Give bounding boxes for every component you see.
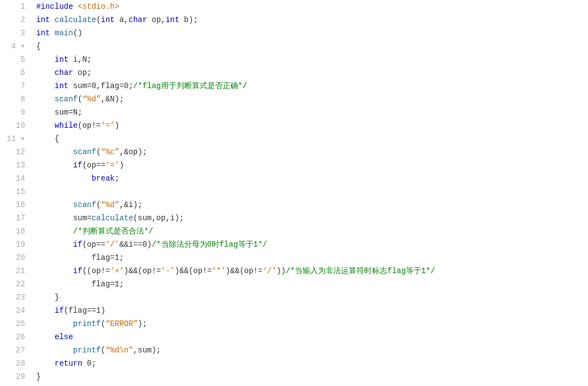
code-lines: #include <stdio.h> int calculate(int a,c… [32, 0, 588, 386]
line-num-27: 27 [7, 344, 25, 357]
code-line-9: sum=N; [36, 106, 588, 119]
code-line-4: { [36, 40, 588, 53]
line-num-1: 1 [7, 0, 25, 13]
line-num-26: 26 [7, 330, 25, 344]
code-line-29: } [36, 370, 588, 383]
code-line-1: #include <stdio.h> [36, 0, 588, 13]
line-num-18: 18 [7, 225, 25, 238]
line-num-19: 19 [7, 238, 25, 251]
line-num-9: 9 [7, 106, 25, 119]
line-num-25: 25 [7, 317, 25, 330]
code-line-25: printf(“ERROR”); [36, 317, 588, 330]
code-line-7: int sum=0,flag=0;/*flag用于判断算式是否正确*/ [36, 79, 588, 93]
code-line-13: if(op==‘=’) [36, 159, 588, 172]
line-num-13: 13 [7, 159, 25, 172]
code-line-8: scanf(“%d”,&N); [36, 93, 588, 106]
editor-container: 1 2 3 4 ▾ 5 6 7 8 9 10 11 ▾ 12 13 14 15 … [0, 0, 588, 386]
line-numbers: 1 2 3 4 ▾ 5 6 7 8 9 10 11 ▾ 12 13 14 15 … [0, 0, 32, 386]
code-line-22: flag=1; [36, 278, 588, 291]
line-num-15: 15 [7, 185, 25, 198]
line-num-28: 28 [7, 357, 25, 370]
code-line-18: /*判断算式是否合法*/ [36, 225, 588, 238]
code-line-19: if(op==‘/’&&i==0)/*当除法分母为0时flag等于1*/ [36, 238, 588, 251]
code-line-27: printf(“%d\n”,sum); [36, 344, 588, 357]
code-line-14: break; [36, 172, 588, 185]
line-num-22: 22 [7, 278, 25, 291]
line-num-23: 23 [7, 291, 25, 304]
line-num-29: 29 [7, 370, 25, 383]
line-num-11: 11 ▾ [7, 132, 25, 145]
code-line-20: flag=1; [36, 251, 588, 264]
line-num-20: 20 [7, 251, 25, 264]
code-line-24: if(flag==1) [36, 304, 588, 317]
code-line-15 [36, 185, 588, 198]
line-num-4: 4 ▾ [7, 40, 25, 53]
line-num-6: 6 [7, 66, 25, 79]
line-num-10: 10 [7, 119, 25, 132]
line-num-17: 17 [7, 211, 25, 225]
code-line-2: int calculate(int a,char op,int b); [36, 13, 588, 26]
line-num-14: 14 [7, 172, 25, 185]
code-line-21: if((op!=‘+’)&&(op!=‘-’)&&(op!=‘*’)&&(op!… [36, 264, 588, 278]
line-num-2: 2 [7, 13, 25, 26]
line-num-7: 7 [7, 79, 25, 93]
code-line-28: return 0; [36, 357, 588, 370]
code-line-16: scanf(“%d”,&i); [36, 198, 588, 211]
code-line-3: int main() [36, 26, 588, 40]
code-line-5: int i,N; [36, 53, 588, 66]
line-num-12: 12 [7, 145, 25, 159]
code-line-6: char op; [36, 66, 588, 79]
code-line-12: scanf(“%c”,&op); [36, 145, 588, 159]
line-num-24: 24 [7, 304, 25, 317]
code-area: 1 2 3 4 ▾ 5 6 7 8 9 10 11 ▾ 12 13 14 15 … [0, 0, 588, 386]
line-num-21: 21 [7, 264, 25, 278]
code-line-26: else [36, 330, 588, 344]
line-num-3: 3 [7, 26, 25, 40]
code-line-17: sum=calculate(sum,op,i); [36, 211, 588, 225]
code-line-23: } [36, 291, 588, 304]
line-num-5: 5 [7, 53, 25, 66]
line-num-8: 8 [7, 93, 25, 106]
code-line-10: while(op!=‘=’) [36, 119, 588, 132]
line-num-16: 16 [7, 198, 25, 211]
code-line-11: { [36, 132, 588, 145]
